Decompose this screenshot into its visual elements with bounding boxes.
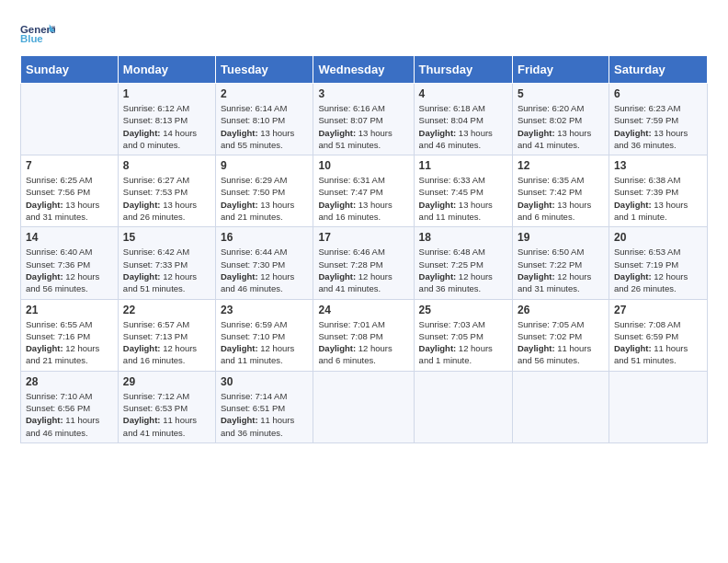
- weekday-header-thursday: Thursday: [414, 56, 512, 84]
- header-row: General Blue: [20, 17, 708, 48]
- calendar-cell: 10Sunrise: 6:31 AMSunset: 7:47 PMDayligh…: [313, 155, 414, 227]
- day-info: Sunrise: 6:25 AMSunset: 7:56 PMDaylight:…: [26, 174, 113, 223]
- calendar-cell: 2Sunrise: 6:14 AMSunset: 8:10 PMDaylight…: [216, 84, 313, 155]
- calendar-cell: [512, 371, 609, 442]
- calendar-cell: 4Sunrise: 6:18 AMSunset: 8:04 PMDaylight…: [414, 84, 512, 155]
- calendar-cell: 21Sunrise: 6:55 AMSunset: 7:16 PMDayligh…: [21, 299, 119, 371]
- calendar-cell: 9Sunrise: 6:29 AMSunset: 7:50 PMDaylight…: [216, 155, 313, 227]
- day-number: 23: [221, 304, 308, 316]
- day-number: 17: [318, 231, 408, 244]
- day-info: Sunrise: 7:10 AMSunset: 6:56 PMDaylight:…: [26, 390, 113, 439]
- calendar-cell: 29Sunrise: 7:12 AMSunset: 6:53 PMDayligh…: [118, 371, 215, 442]
- day-info: Sunrise: 6:20 AMSunset: 8:02 PMDaylight:…: [518, 102, 604, 151]
- day-info: Sunrise: 6:35 AMSunset: 7:42 PMDaylight:…: [518, 174, 604, 223]
- day-number: 28: [26, 375, 113, 388]
- calendar-cell: 24Sunrise: 7:01 AMSunset: 7:08 PMDayligh…: [313, 299, 414, 371]
- day-info: Sunrise: 6:18 AMSunset: 8:04 PMDaylight:…: [419, 102, 507, 151]
- day-info: Sunrise: 6:38 AMSunset: 7:39 PMDaylight:…: [614, 174, 702, 223]
- day-number: 25: [419, 304, 507, 316]
- day-info: Sunrise: 6:23 AMSunset: 7:59 PMDaylight:…: [614, 102, 702, 151]
- day-number: 16: [221, 231, 308, 244]
- week-row-5: 28Sunrise: 7:10 AMSunset: 6:56 PMDayligh…: [21, 371, 708, 442]
- weekday-header-row: SundayMondayTuesdayWednesdayThursdayFrid…: [21, 56, 708, 84]
- day-info: Sunrise: 6:40 AMSunset: 7:36 PMDaylight:…: [26, 246, 113, 294]
- logo: General Blue: [20, 20, 55, 48]
- day-info: Sunrise: 6:57 AMSunset: 7:13 PMDaylight:…: [123, 318, 210, 367]
- day-info: Sunrise: 7:05 AMSunset: 7:02 PMDaylight:…: [518, 318, 604, 367]
- calendar-cell: 26Sunrise: 7:05 AMSunset: 7:02 PMDayligh…: [512, 299, 609, 371]
- calendar-cell: 3Sunrise: 6:16 AMSunset: 8:07 PMDaylight…: [313, 84, 414, 155]
- day-number: 14: [26, 231, 113, 244]
- day-number: 2: [221, 87, 308, 100]
- day-info: Sunrise: 6:44 AMSunset: 7:30 PMDaylight:…: [221, 246, 308, 294]
- weekday-header-sunday: Sunday: [21, 56, 119, 84]
- day-info: Sunrise: 6:14 AMSunset: 8:10 PMDaylight:…: [221, 102, 308, 151]
- day-number: 27: [614, 304, 702, 316]
- calendar-cell: 25Sunrise: 7:03 AMSunset: 7:05 PMDayligh…: [414, 299, 512, 371]
- calendar-cell: 11Sunrise: 6:33 AMSunset: 7:45 PMDayligh…: [414, 155, 512, 227]
- day-info: Sunrise: 7:01 AMSunset: 7:08 PMDaylight:…: [318, 318, 408, 367]
- weekday-header-monday: Monday: [118, 56, 215, 84]
- weekday-header-wednesday: Wednesday: [313, 56, 414, 84]
- day-info: Sunrise: 6:31 AMSunset: 7:47 PMDaylight:…: [318, 174, 408, 223]
- calendar-cell: 18Sunrise: 6:48 AMSunset: 7:25 PMDayligh…: [414, 227, 512, 299]
- calendar-cell: 28Sunrise: 7:10 AMSunset: 6:56 PMDayligh…: [21, 371, 119, 442]
- calendar-table: SundayMondayTuesdayWednesdayThursdayFrid…: [20, 55, 708, 443]
- day-info: Sunrise: 6:53 AMSunset: 7:19 PMDaylight:…: [614, 246, 702, 294]
- day-number: 6: [614, 87, 702, 100]
- calendar-cell: 1Sunrise: 6:12 AMSunset: 8:13 PMDaylight…: [118, 84, 215, 155]
- weekday-header-tuesday: Tuesday: [216, 56, 313, 84]
- day-number: 29: [123, 375, 210, 388]
- calendar-cell: 27Sunrise: 7:08 AMSunset: 6:59 PMDayligh…: [609, 299, 707, 371]
- day-info: Sunrise: 7:08 AMSunset: 6:59 PMDaylight:…: [614, 318, 702, 367]
- day-number: 10: [318, 159, 408, 172]
- day-number: 19: [518, 231, 604, 244]
- day-number: 4: [419, 87, 507, 100]
- calendar-cell: 14Sunrise: 6:40 AMSunset: 7:36 PMDayligh…: [21, 227, 119, 299]
- day-info: Sunrise: 6:42 AMSunset: 7:33 PMDaylight:…: [123, 246, 210, 294]
- calendar-cell: [414, 371, 512, 442]
- week-row-1: 1Sunrise: 6:12 AMSunset: 8:13 PMDaylight…: [21, 84, 708, 155]
- calendar-cell: 30Sunrise: 7:14 AMSunset: 6:51 PMDayligh…: [216, 371, 313, 442]
- calendar-cell: 5Sunrise: 6:20 AMSunset: 8:02 PMDaylight…: [512, 84, 609, 155]
- calendar-cell: 7Sunrise: 6:25 AMSunset: 7:56 PMDaylight…: [21, 155, 119, 227]
- weekday-header-friday: Friday: [512, 56, 609, 84]
- day-number: 1: [123, 87, 210, 100]
- calendar-cell: 15Sunrise: 6:42 AMSunset: 7:33 PMDayligh…: [118, 227, 215, 299]
- day-number: 13: [614, 159, 702, 172]
- day-info: Sunrise: 6:55 AMSunset: 7:16 PMDaylight:…: [26, 318, 113, 367]
- day-number: 18: [419, 231, 507, 244]
- day-number: 3: [318, 87, 408, 100]
- calendar-cell: 6Sunrise: 6:23 AMSunset: 7:59 PMDaylight…: [609, 84, 707, 155]
- calendar-cell: 22Sunrise: 6:57 AMSunset: 7:13 PMDayligh…: [118, 299, 215, 371]
- day-info: Sunrise: 6:29 AMSunset: 7:50 PMDaylight:…: [221, 174, 308, 223]
- day-number: 8: [123, 159, 210, 172]
- calendar-cell: [313, 371, 414, 442]
- page: General Blue SundayMondayTuesdayWednesda…: [0, 0, 728, 563]
- calendar-cell: 16Sunrise: 6:44 AMSunset: 7:30 PMDayligh…: [216, 227, 313, 299]
- svg-text:Blue: Blue: [20, 33, 43, 44]
- day-info: Sunrise: 6:33 AMSunset: 7:45 PMDaylight:…: [419, 174, 507, 223]
- day-info: Sunrise: 6:50 AMSunset: 7:22 PMDaylight:…: [518, 246, 604, 294]
- day-info: Sunrise: 7:12 AMSunset: 6:53 PMDaylight:…: [123, 390, 210, 439]
- calendar-cell: 13Sunrise: 6:38 AMSunset: 7:39 PMDayligh…: [609, 155, 707, 227]
- day-info: Sunrise: 6:16 AMSunset: 8:07 PMDaylight:…: [318, 102, 408, 151]
- week-row-3: 14Sunrise: 6:40 AMSunset: 7:36 PMDayligh…: [21, 227, 708, 299]
- day-info: Sunrise: 6:46 AMSunset: 7:28 PMDaylight:…: [318, 246, 408, 294]
- day-info: Sunrise: 6:59 AMSunset: 7:10 PMDaylight:…: [221, 318, 308, 367]
- calendar-cell: [609, 371, 707, 442]
- day-number: 24: [318, 304, 408, 316]
- calendar-cell: 17Sunrise: 6:46 AMSunset: 7:28 PMDayligh…: [313, 227, 414, 299]
- day-number: 12: [518, 159, 604, 172]
- day-number: 11: [419, 159, 507, 172]
- logo-svg: General Blue: [20, 20, 55, 48]
- day-number: 15: [123, 231, 210, 244]
- day-number: 5: [518, 87, 604, 100]
- calendar-cell: 20Sunrise: 6:53 AMSunset: 7:19 PMDayligh…: [609, 227, 707, 299]
- day-number: 7: [26, 159, 113, 172]
- calendar-cell: [21, 84, 119, 155]
- week-row-4: 21Sunrise: 6:55 AMSunset: 7:16 PMDayligh…: [21, 299, 708, 371]
- week-row-2: 7Sunrise: 6:25 AMSunset: 7:56 PMDaylight…: [21, 155, 708, 227]
- calendar-cell: 12Sunrise: 6:35 AMSunset: 7:42 PMDayligh…: [512, 155, 609, 227]
- calendar-cell: 23Sunrise: 6:59 AMSunset: 7:10 PMDayligh…: [216, 299, 313, 371]
